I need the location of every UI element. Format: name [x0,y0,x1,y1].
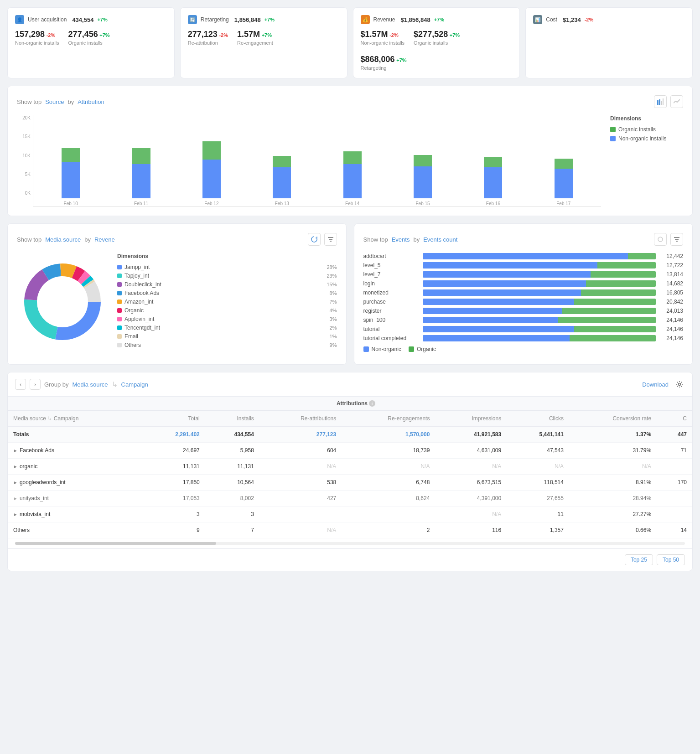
expand-mobvista[interactable]: ► [13,512,18,517]
donut-legend: Dimensions Jampp_int 28% Tapjoy_int 23% … [117,253,337,351]
svg-point-18 [658,237,663,242]
totals-clicks: 5,441,141 [507,427,569,443]
th-total: Total [143,411,205,427]
y-axis-0k: 0K [17,191,31,196]
bar-feb16: Feb 16 [458,115,528,206]
donut-legend-color-5 [117,308,122,313]
donut-legend-color-6 [117,317,122,321]
bar-chart-container: 0K 5K 10K 15K 20K Feb 10 [17,115,601,207]
metric-value-revenue: $1,856,848 [401,16,430,23]
totals-reattributions: 277,123 [259,427,342,443]
totals-row: Totals 2,291,402 434,554 277,123 1,570,0… [8,427,692,443]
show-top-label: Show top [17,98,41,105]
bar-chart-area: 0K 5K 10K 15K 20K Feb 10 [17,115,683,207]
h-bar-tutorial: tutorial 24,146 [363,326,684,332]
bar-chart-type-btn[interactable] [654,95,667,108]
h-bar-monetized: monetized 16,805 [363,289,684,296]
media-source-link[interactable]: Media source [72,381,108,388]
events-filter-btn[interactable] [670,233,683,246]
svg-rect-1 [659,99,660,105]
table-nav-prev[interactable]: ‹ [15,379,26,390]
svg-rect-0 [657,100,659,105]
donut-by-label: by [84,236,91,243]
metric-detail-non-organic: 157,298 -2% Non-organic installs [15,30,59,46]
expand-organic[interactable]: ► [13,464,18,469]
h-bar-tutorial-completed: tutorial completed 24,146 [363,335,684,341]
top50-btn[interactable]: Top 50 [657,554,685,565]
donut-media-source-link[interactable]: Media source [45,236,81,243]
events-non-organic-dot [363,346,369,352]
data-table: Attributions i Media source ↳ Campaign T… [8,397,692,538]
bar-feb17: Feb 17 [529,115,599,206]
group-by-label: Group by [44,381,68,388]
th-clicks: Clicks [507,411,569,427]
metric-title-user-acquisition: User acquisition [28,16,67,23]
svg-point-17 [43,283,82,321]
line-chart-type-btn[interactable] [670,95,683,108]
events-link[interactable]: Events [392,236,410,243]
metric-detail-revenue-nonorganic: $1.57M -2% Non-organic installs [361,30,405,46]
expand-facebook[interactable]: ► [13,448,18,453]
legend-dot-non-organic [610,136,616,141]
th-media-source: Media source ↳ Campaign [8,411,143,427]
donut-legend-item-6: Applovin_int 3% [117,316,337,322]
donut-legend-item-1: Tapjoy_int 23% [117,273,337,279]
donut-legend-color-7 [117,325,122,330]
table-footer: Top 25 Top 50 [8,548,692,571]
scrollbar-thumb[interactable] [15,542,216,545]
metric-title-retargeting: Retargeting [201,16,229,23]
bar-chart-header: Show top Source by Attribution [17,95,683,108]
metric-detail-revenue-organic: $277,528 +7% Organic installs [414,30,460,46]
metric-card-cost: 📊 Cost $1,234 -2% [525,7,693,78]
download-button[interactable]: Download [642,381,669,388]
cost-icon: 📊 [533,15,542,24]
table-row: ►unityads_int 17,053 8,002 427 8,624 4,3… [8,491,692,506]
donut-legend-color-4 [117,300,122,304]
metric-badge-retargeting: +7% [264,17,275,22]
table-nav-next[interactable]: › [30,379,41,390]
donut-legend-color-2 [117,282,122,287]
settings-icon[interactable] [674,379,685,390]
donut-legend-item-9: Others 9% [117,342,337,348]
table-toolbar: ‹ › Group by Media source ↳ Campaign Dow… [8,372,692,397]
totals-impressions: 41,921,583 [435,427,507,443]
svg-rect-2 [661,101,662,105]
totals-reengagements: 1,570,000 [342,427,435,443]
metric-card-retargeting: 🔄 Retargeting 1,856,848 +7% 277,123 -2% … [180,7,347,78]
legend-dot-organic [610,127,616,132]
events-chart-section: Show top Events by Events count addtocar… [354,223,693,365]
events-refresh-btn[interactable] [654,233,667,246]
h-bar-level5: level_5 12,722 [363,262,684,269]
events-count-link[interactable]: Events count [423,236,457,243]
top25-btn[interactable]: Top 25 [625,554,653,565]
source-link[interactable]: Source [45,98,64,105]
totals-conversion-rate: 1.37% [569,427,657,443]
donut-revenue-link[interactable]: Revene [94,236,115,243]
donut-filter-btn[interactable] [324,233,337,246]
table-row: ►mobvista_int 3 3 N/A 11 27.27% [8,506,692,522]
h-bar-level7: level_7 13,814 [363,271,684,278]
table-scrollbar[interactable] [15,542,685,545]
expand-googleadwords[interactable]: ► [13,480,18,485]
metric-value-user-acquisition: 434,554 [72,16,93,23]
events-by-label: by [413,236,420,243]
donut-chart [17,256,108,347]
th-arrow-icon: ↳ [47,415,53,422]
bar-feb15: Feb 15 [388,115,458,206]
th-impressions: Impressions [435,411,507,427]
events-show-top: Show top [363,236,388,243]
donut-legend-item-4: Amazon_int 7% [117,299,337,305]
info-icon: i [369,400,375,407]
th-installs: Installs [205,411,259,427]
campaign-link[interactable]: Campaign [121,381,148,388]
donut-refresh-btn[interactable] [308,233,321,246]
donut-section: Dimensions Jampp_int 28% Tapjoy_int 23% … [17,253,337,351]
y-axis-15k: 15K [17,134,31,139]
expand-unityads[interactable]: ► [13,496,18,501]
totals-label: Totals [13,431,29,438]
attribution-link[interactable]: Attribution [78,98,104,105]
events-legend-organic: Organic [409,346,436,352]
totals-total: 2,291,402 [143,427,205,443]
th-conversion-rate: Conversion rate [569,411,657,427]
dimensions-title: Dimensions [610,115,683,122]
